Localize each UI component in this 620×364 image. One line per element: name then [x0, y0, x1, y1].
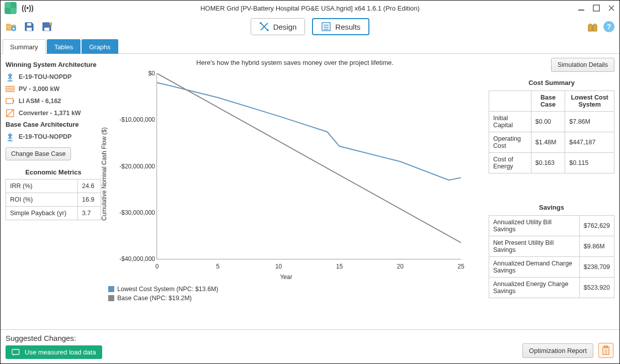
table-row: Initial Capital$0.00$7.86M: [489, 112, 614, 132]
right-panel: Simulation Details Cost Summary Base Cas…: [489, 58, 614, 329]
tower-icon: [6, 132, 15, 141]
arch-item-battery: LI ASM - 6,162: [6, 97, 101, 106]
tab-summary[interactable]: Summary: [3, 39, 46, 54]
chart-ylabel: Cumulative Nominal Cash Flow ($): [101, 127, 108, 220]
x-tick-label: 20: [397, 263, 404, 270]
legend-swatch-icon: [108, 286, 114, 292]
economic-metrics-heading: Economic Metrics: [6, 168, 101, 176]
close-button[interactable]: [607, 4, 615, 12]
table-row: Annualized Utility Bill Savings$762,629: [489, 216, 614, 236]
x-tick-label: 10: [275, 263, 282, 270]
chip-label: Use measured load data: [25, 348, 96, 356]
cost-label: Operating Cost: [489, 132, 531, 153]
library-icon[interactable]: [587, 21, 598, 32]
arch-item-label: PV - 3,000 kW: [19, 85, 59, 93]
design-mode-label: Design: [273, 23, 297, 31]
y-tick-label: $0: [117, 70, 155, 77]
cost-label: Initial Capital: [489, 112, 531, 132]
cost-label: Cost of Energy: [489, 153, 531, 173]
footer: Suggested Changes: Use measured load dat…: [1, 329, 619, 363]
design-mode-button[interactable]: Design: [251, 18, 305, 35]
savings-value: $762,629: [579, 216, 614, 236]
col-header: Base Case: [531, 91, 565, 112]
cost-low: $447,187: [565, 132, 614, 153]
x-tick-label: 25: [457, 263, 464, 270]
cost-base: $0.163: [531, 153, 565, 173]
y-tick-label: -$10,000,000: [117, 116, 155, 123]
results-mode-button[interactable]: Results: [312, 18, 369, 35]
x-tick-label: 5: [216, 263, 219, 270]
arch-item-label: E-19-TOU-NOPDP: [19, 73, 71, 80]
cost-low: $0.115: [565, 153, 614, 173]
metric-value: 16.9: [78, 193, 101, 207]
simulation-details-button[interactable]: Simulation Details: [551, 58, 614, 72]
metric-value: 3.7: [78, 207, 101, 220]
clipboard-icon[interactable]: [598, 343, 613, 358]
converter-icon: [6, 109, 15, 118]
tab-tables[interactable]: Tables: [47, 39, 81, 54]
app-icon: [5, 2, 17, 14]
arch-item-converter: Converter - 1,371 kW: [6, 109, 101, 118]
window-title: HOMER Grid [PV-Battery Hospital PG&E USA…: [1, 5, 619, 12]
tower-icon: [6, 72, 15, 81]
svg-rect-5: [44, 28, 49, 31]
metric-value: 24.6: [78, 179, 101, 193]
economic-metrics-table: IRR (%)24.6ROI (%)16.9Simple Payback (yr…: [6, 179, 101, 220]
chart-xlabel: Year: [280, 274, 292, 281]
arch-item-label: Converter - 1,371 kW: [19, 110, 81, 117]
svg-rect-1: [593, 5, 599, 11]
savings-value: $9.86M: [579, 236, 614, 257]
savings-value: $523,920: [579, 278, 614, 298]
maximize-button[interactable]: [592, 4, 600, 12]
legend-lowest-cost: Lowest Cost System (NPC: $13.6M): [108, 286, 484, 293]
svg-rect-10: [6, 99, 13, 104]
cost-low: $7.86M: [565, 112, 614, 132]
chart-legend: Lowest Cost System (NPC: $13.6M) Base Ca…: [108, 286, 484, 302]
col-header: Lowest Cost System: [565, 91, 614, 112]
legend-label: Base Case (NPC: $19.2M): [117, 295, 192, 302]
results-mode-label: Results: [335, 23, 360, 31]
cost-base: $0.00: [531, 112, 565, 132]
toolbar: Design Results ?: [1, 16, 619, 38]
y-tick-label: -$40,000,000: [117, 255, 155, 262]
svg-rect-3: [27, 28, 32, 31]
arch-item-label: E-19-TOU-NOPDP: [19, 133, 71, 140]
x-tick-label: 0: [156, 263, 159, 270]
arch-item-pv: PV - 3,000 kW: [6, 84, 101, 94]
base-architecture-heading: Base Case Architecture: [6, 121, 101, 128]
svg-rect-13: [12, 349, 19, 354]
savings-value: $238,709: [579, 257, 614, 278]
table-row: ROI (%)16.9: [6, 193, 101, 207]
title-bar: ((•)) HOMER Grid [PV-Battery Hospital PG…: [1, 1, 619, 16]
table-row: Net Present Utility Bill Savings$9.86M: [489, 236, 614, 257]
metric-label: ROI (%): [6, 193, 78, 207]
metric-label: Simple Payback (yr): [6, 207, 78, 220]
table-row: Cost of Energy$0.163$0.115: [489, 153, 614, 173]
legend-swatch-icon: [108, 295, 114, 301]
legend-label: Lowest Cost System (NPC: $13.6M): [117, 286, 218, 293]
metric-label: IRR (%): [6, 179, 78, 193]
cost-summary-table: Base Case Lowest Cost System Initial Cap…: [489, 90, 614, 173]
open-folder-icon[interactable]: [6, 21, 17, 32]
legend-base-case: Base Case (NPC: $19.2M): [108, 295, 484, 302]
svg-rect-11: [13, 100, 14, 102]
change-base-case-button[interactable]: Change Base Case: [6, 147, 71, 160]
savings-label: Net Present Utility Bill Savings: [489, 236, 580, 257]
savings-heading: Savings: [489, 204, 614, 211]
svg-rect-0: [578, 10, 584, 11]
cost-summary-heading: Cost Summary: [489, 79, 614, 86]
battery-icon: [6, 97, 15, 106]
tab-graphs[interactable]: Graphs: [82, 39, 118, 54]
use-measured-load-chip[interactable]: Use measured load data: [6, 345, 102, 359]
pv-icon: [6, 84, 15, 94]
save-icon[interactable]: [24, 21, 35, 32]
cost-base: $1.48M: [531, 132, 565, 153]
savings-label: Annualized Utility Bill Savings: [489, 216, 580, 236]
optimization-report-button[interactable]: Optimization Report: [522, 343, 593, 358]
x-tick-label: 15: [336, 263, 343, 270]
left-panel: Winning System Architecture E-19-TOU-NOP…: [6, 58, 101, 329]
help-icon[interactable]: ?: [603, 21, 614, 32]
save-as-icon[interactable]: [42, 21, 53, 32]
y-tick-label: -$20,000,000: [117, 163, 155, 170]
minimize-button[interactable]: [577, 4, 585, 12]
